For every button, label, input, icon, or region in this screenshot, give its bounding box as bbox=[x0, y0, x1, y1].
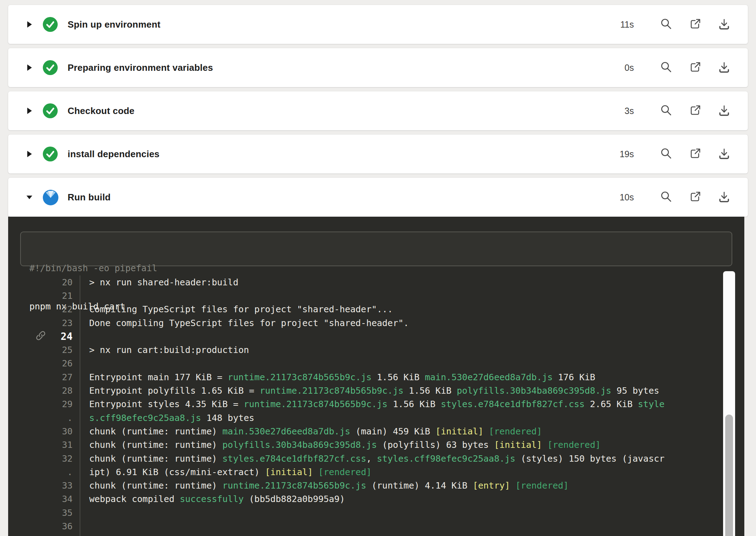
step-row-install-dependencies[interactable]: install dependencies 19s bbox=[8, 135, 748, 173]
download-logs-button[interactable] bbox=[717, 103, 732, 118]
log-line-text: > nx run shared-header:build bbox=[80, 275, 723, 289]
open-in-new-button[interactable] bbox=[688, 60, 703, 75]
step-duration: 10s bbox=[613, 192, 634, 203]
step-row-preparing-environment-variables[interactable]: Preparing environment variables 0s bbox=[8, 48, 748, 87]
log-line-text: chunk (runtime: runtime) polyfills.30b34… bbox=[80, 438, 723, 452]
download-icon bbox=[717, 104, 731, 118]
line-number[interactable]: 36 bbox=[48, 521, 80, 531]
log-line-text bbox=[80, 519, 723, 533]
log-row: 27Entrypoint main 177 KiB = runtime.2117… bbox=[8, 370, 723, 384]
step-row-run-build[interactable]: Run build 10s bbox=[8, 178, 748, 217]
step-duration: 19s bbox=[613, 149, 634, 159]
log-lines: 20> nx run shared-header:build2122Compil… bbox=[8, 275, 723, 536]
log-row: 22Compiling TypeScript files for project… bbox=[8, 303, 723, 316]
step-row-spin-up-environment[interactable]: Spin up environment 11s bbox=[8, 5, 748, 44]
log-row: 29Entrypoint styles 4.35 KiB = runtime.2… bbox=[8, 398, 723, 411]
log-row: 33chunk (runtime: runtime) runtime.21173… bbox=[8, 479, 723, 492]
chevron-down-icon[interactable] bbox=[26, 194, 33, 200]
open-in-new-button[interactable] bbox=[688, 103, 703, 118]
download-icon bbox=[717, 17, 731, 32]
search-logs-button[interactable] bbox=[659, 147, 674, 161]
step-title: Checkout code bbox=[68, 106, 613, 116]
download-logs-button[interactable] bbox=[717, 190, 732, 205]
log-line-text: Done compiling TypeScript files for proj… bbox=[80, 316, 723, 330]
log-row: 21 bbox=[8, 289, 723, 302]
log-row: 36 bbox=[8, 519, 723, 533]
download-icon bbox=[717, 190, 731, 205]
open-in-new-button[interactable] bbox=[688, 17, 703, 32]
log-row: 30chunk (runtime: runtime) main.530e27d6… bbox=[8, 424, 723, 438]
line-number[interactable]: 31 bbox=[48, 440, 80, 450]
log-row: 34webpack compiled successfully (bb5db88… bbox=[8, 492, 723, 506]
success-check-icon bbox=[43, 103, 58, 118]
step-duration: 11s bbox=[613, 19, 634, 30]
log-row: 35 bbox=[8, 506, 723, 519]
step-title: Run build bbox=[68, 192, 613, 203]
line-number[interactable]: 26 bbox=[48, 358, 80, 369]
log-line-text bbox=[80, 289, 723, 302]
log-line-text: chunk (runtime: runtime) main.530e27d6ee… bbox=[80, 424, 723, 438]
line-number[interactable]: 32 bbox=[48, 454, 80, 464]
log-line-text: webpack compiled successfully (bb5db882a… bbox=[80, 492, 723, 506]
open-in-new-button[interactable] bbox=[688, 190, 703, 205]
line-number[interactable]: 21 bbox=[48, 291, 80, 301]
download-icon bbox=[717, 147, 731, 161]
step-title: Preparing environment variables bbox=[68, 62, 613, 73]
log-row: 20> nx run shared-header:build bbox=[8, 275, 723, 289]
download-logs-button[interactable] bbox=[717, 17, 732, 32]
chevron-right-icon[interactable] bbox=[26, 107, 33, 115]
download-logs-button[interactable] bbox=[717, 147, 732, 161]
build-steps-list: Spin up environment 11s Preparing enviro… bbox=[8, 5, 748, 221]
download-icon bbox=[717, 61, 731, 75]
download-logs-button[interactable] bbox=[717, 60, 732, 75]
step-title: Spin up environment bbox=[68, 19, 613, 30]
line-number[interactable]: 37 bbox=[48, 535, 80, 536]
log-row: 24 bbox=[8, 330, 723, 343]
line-number[interactable]: 30 bbox=[48, 426, 80, 437]
line-number[interactable]: 35 bbox=[48, 508, 80, 518]
line-number[interactable]: . bbox=[48, 413, 80, 423]
line-number[interactable]: 23 bbox=[48, 318, 80, 328]
line-number[interactable]: 27 bbox=[48, 372, 80, 382]
open-in-new-icon bbox=[688, 61, 702, 75]
log-line-text bbox=[80, 506, 723, 519]
line-number[interactable]: 25 bbox=[48, 345, 80, 355]
line-number[interactable]: 28 bbox=[48, 386, 80, 396]
line-number[interactable]: 33 bbox=[48, 480, 80, 491]
step-row-checkout-code[interactable]: Checkout code 3s bbox=[8, 91, 748, 130]
link-icon[interactable] bbox=[35, 330, 48, 343]
line-number[interactable]: 22 bbox=[48, 304, 80, 314]
line-number[interactable]: 34 bbox=[48, 494, 80, 504]
log-row: 28Entrypoint polyfills 1.65 KiB = runtim… bbox=[8, 384, 723, 397]
line-number[interactable]: 20 bbox=[48, 277, 80, 287]
open-in-new-icon bbox=[688, 17, 702, 32]
search-logs-button[interactable] bbox=[659, 190, 674, 205]
terminal-scrollbar-track[interactable] bbox=[723, 271, 735, 536]
log-line-text: chunk (runtime: runtime) styles.e784ce1d… bbox=[80, 452, 723, 465]
line-number[interactable]: . bbox=[48, 467, 80, 477]
chevron-right-icon[interactable] bbox=[26, 21, 33, 28]
log-line-text: ipt) 6.91 KiB (css/mini-extract) [initia… bbox=[80, 465, 723, 479]
step-duration: 0s bbox=[613, 63, 634, 73]
chevron-right-icon[interactable] bbox=[26, 150, 33, 158]
line-number[interactable]: 24 bbox=[48, 331, 80, 342]
chevron-right-icon[interactable] bbox=[26, 64, 33, 72]
log-row: 25> nx run cart:build:production bbox=[8, 343, 723, 357]
search-logs-button[interactable] bbox=[659, 60, 674, 75]
step-duration: 3s bbox=[613, 106, 634, 116]
terminal-scrollbar-thumb[interactable] bbox=[725, 415, 733, 536]
search-logs-button[interactable] bbox=[659, 17, 674, 32]
log-line-text: Entrypoint styles 4.35 KiB = runtime.211… bbox=[80, 398, 723, 411]
success-check-icon bbox=[43, 147, 58, 161]
log-line-text: chunk (runtime: runtime) runtime.21173c8… bbox=[80, 479, 723, 492]
line-number[interactable]: 29 bbox=[48, 399, 80, 409]
open-in-new-button[interactable] bbox=[688, 147, 703, 161]
success-check-icon bbox=[43, 60, 58, 75]
step-title: install dependencies bbox=[68, 149, 613, 160]
search-logs-button[interactable] bbox=[659, 103, 674, 118]
log-line-text: > nx run cart:build:production bbox=[80, 343, 723, 357]
search-icon bbox=[659, 61, 673, 75]
log-row: 32chunk (runtime: runtime) styles.e784ce… bbox=[8, 452, 723, 465]
terminal-panel: #!/bin/bash -eo pipefail pnpm nx build c… bbox=[8, 217, 744, 536]
log-line-text: Compiling TypeScript files for project "… bbox=[80, 303, 723, 316]
